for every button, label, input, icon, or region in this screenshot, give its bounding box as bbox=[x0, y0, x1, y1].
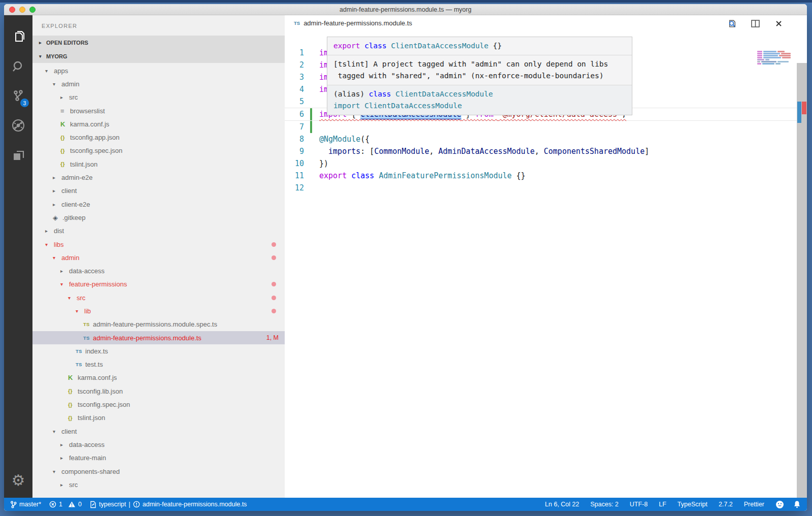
open-editors-header[interactable]: ▸ OPEN EDITORS bbox=[32, 36, 285, 49]
minimize-window-button[interactable] bbox=[19, 7, 25, 13]
tree-item-browserslist[interactable]: ≡browserslist bbox=[32, 104, 285, 117]
title-bar[interactable]: admin-feature-permissions.module.ts — my… bbox=[4, 4, 807, 15]
extensions-icon[interactable] bbox=[4, 140, 32, 170]
tooltip-signature: export class ClientDataAccessModule {} bbox=[327, 37, 632, 55]
json-file-icon: {} bbox=[68, 388, 78, 394]
tree-item-label: test.ts bbox=[85, 361, 103, 368]
minimap-segment bbox=[757, 61, 760, 62]
line-number: 8 bbox=[285, 133, 310, 145]
code-token: ({ bbox=[360, 135, 369, 144]
problems-status[interactable]: 1 0 bbox=[49, 501, 82, 508]
tree-item-test-ts[interactable]: TStest.ts bbox=[32, 358, 285, 371]
tree-item-karma-conf-js[interactable]: Kkarma.conf.js bbox=[32, 117, 285, 131]
error-count: 1 bbox=[59, 501, 62, 508]
error-icon bbox=[49, 501, 56, 508]
language-status[interactable]: typescript | admin-feature-permissions.m… bbox=[90, 501, 247, 508]
encoding-setting[interactable]: UTF-8 bbox=[630, 501, 648, 508]
separator: | bbox=[128, 501, 130, 508]
minimap-segment bbox=[763, 51, 776, 52]
workspace-label: MYORG bbox=[46, 53, 67, 59]
search-icon[interactable] bbox=[4, 52, 32, 81]
tree-item-src[interactable]: ▸src bbox=[32, 478, 285, 491]
open-changes-icon[interactable] bbox=[727, 19, 737, 28]
line-number: 4 bbox=[285, 83, 310, 95]
tree-item-karma-conf-js[interactable]: Kkarma.conf.js bbox=[32, 371, 285, 384]
tree-item-dist[interactable]: ▸dist bbox=[32, 224, 285, 238]
json-file-icon: {} bbox=[60, 148, 70, 154]
tree-item-apps[interactable]: ▾apps bbox=[32, 64, 285, 77]
tree-item-label: client-e2e bbox=[61, 201, 90, 208]
code-token: , bbox=[534, 147, 544, 156]
tree-item-data-access[interactable]: ▸data-access bbox=[32, 264, 285, 277]
overview-modified-mark bbox=[797, 102, 801, 123]
file-tree: ▾apps▾admin▸src≡browserslistKkarma.conf.… bbox=[32, 63, 285, 498]
tree-item-libs[interactable]: ▾libs bbox=[32, 238, 285, 251]
tree-item-tsconfig-spec-json[interactable]: {}tsconfig.spec.json bbox=[32, 144, 285, 157]
settings-gear-icon[interactable]: ⚙ bbox=[4, 468, 32, 493]
tree-item-src[interactable]: ▾src bbox=[32, 291, 285, 304]
explorer-icon[interactable] bbox=[4, 22, 32, 52]
formatter-status[interactable]: Prettier bbox=[744, 501, 764, 508]
code-token bbox=[347, 171, 351, 180]
language-mode[interactable]: TypeScript bbox=[678, 501, 707, 508]
json-file-icon: {} bbox=[68, 402, 78, 408]
workspace-header[interactable]: ▾ MYORG bbox=[32, 49, 285, 63]
tree-item-src[interactable]: ▸src bbox=[32, 91, 285, 104]
mode-label: typescript bbox=[99, 501, 126, 508]
tree-item--gitkeep[interactable]: ◈.gitkeep bbox=[32, 211, 285, 224]
tree-item-client[interactable]: ▾client bbox=[32, 425, 285, 438]
minimap[interactable] bbox=[757, 51, 791, 65]
problem-badge: 1, M bbox=[266, 334, 279, 341]
notifications-bell-icon[interactable] bbox=[793, 500, 801, 508]
typescript-version[interactable]: 2.7.2 bbox=[719, 501, 733, 508]
tree-item-admin-e2e[interactable]: ▸admin-e2e bbox=[32, 171, 285, 184]
code-text bbox=[312, 182, 319, 194]
close-window-button[interactable] bbox=[9, 7, 15, 13]
tree-item-feature-permissions[interactable]: ▾feature-permissions bbox=[32, 278, 285, 291]
tab-admin-feature-permissions[interactable]: TS admin-feature-permissions.module.ts bbox=[294, 19, 412, 27]
code-token: ClientDataAccessModule bbox=[395, 90, 493, 98]
tree-item-tsconfig-lib-json[interactable]: {}tsconfig.lib.json bbox=[32, 384, 285, 398]
scrollbar-track[interactable] bbox=[797, 63, 807, 498]
debug-disabled-icon[interactable] bbox=[4, 111, 32, 140]
split-editor-icon[interactable] bbox=[751, 19, 760, 28]
source-control-icon[interactable]: 3 bbox=[4, 81, 32, 111]
tree-item-index-ts[interactable]: TSindex.ts bbox=[32, 344, 285, 358]
tree-item-tslint-json[interactable]: {}tslint.json bbox=[32, 157, 285, 171]
tree-item-tsconfig-spec-json[interactable]: {}tsconfig.spec.json bbox=[32, 398, 285, 411]
warning-count: 0 bbox=[78, 501, 82, 508]
tree-item-admin[interactable]: ▾admin bbox=[32, 77, 285, 90]
tree-item-components-shared[interactable]: ▾components-shared bbox=[32, 465, 285, 478]
code-text bbox=[312, 121, 319, 133]
git-branch-status[interactable]: master* bbox=[10, 501, 41, 508]
chevron-right-icon: ▸ bbox=[60, 482, 69, 488]
close-editor-icon[interactable] bbox=[774, 19, 784, 28]
minimap-segment bbox=[782, 57, 791, 58]
tree-item-client[interactable]: ▸client bbox=[32, 184, 285, 198]
eol-setting[interactable]: LF bbox=[659, 501, 666, 508]
tree-item-tslint-json[interactable]: {}tslint.json bbox=[32, 411, 285, 425]
tree-item-feature-main[interactable]: ▸feature-main bbox=[32, 452, 285, 465]
tree-item-data-access[interactable]: ▸data-access bbox=[32, 438, 285, 451]
tree-item-admin-feature-permissions-module-spec-ts[interactable]: TSadmin-feature-permissions.module.spec.… bbox=[32, 318, 285, 331]
zoom-window-button[interactable] bbox=[29, 7, 36, 13]
tree-item-tsconfig-app-json[interactable]: {}tsconfig.app.json bbox=[32, 131, 285, 144]
code-token: {} bbox=[489, 42, 502, 50]
minimap-segment bbox=[765, 59, 769, 60]
cursor-position[interactable]: Ln 6, Col 22 bbox=[545, 501, 579, 508]
code-area[interactable]: 1import { NgModule } from '@angular/core… bbox=[285, 31, 807, 498]
tree-item-admin-feature-permissions-module-ts[interactable]: TSadmin-feature-permissions.module.ts1, … bbox=[32, 331, 285, 344]
minimap-segment bbox=[779, 55, 791, 56]
indentation-setting[interactable]: Spaces: 2 bbox=[590, 501, 619, 508]
tree-item-lib[interactable]: ▾lib bbox=[32, 304, 285, 317]
code-text bbox=[312, 95, 319, 108]
tree-item-admin[interactable]: ▾admin bbox=[32, 251, 285, 264]
vscode-window: admin-feature-permissions.module.ts — my… bbox=[4, 4, 807, 511]
chevron-down-icon: ▾ bbox=[76, 308, 84, 314]
feedback-smiley-icon[interactable] bbox=[775, 500, 784, 509]
minimap-segment bbox=[777, 51, 785, 52]
tree-item-label: apps bbox=[54, 67, 68, 75]
tree-item-client-e2e[interactable]: ▸client-e2e bbox=[32, 198, 285, 211]
chevron-right-icon: ▸ bbox=[53, 188, 61, 194]
minimap-segment bbox=[781, 53, 791, 54]
